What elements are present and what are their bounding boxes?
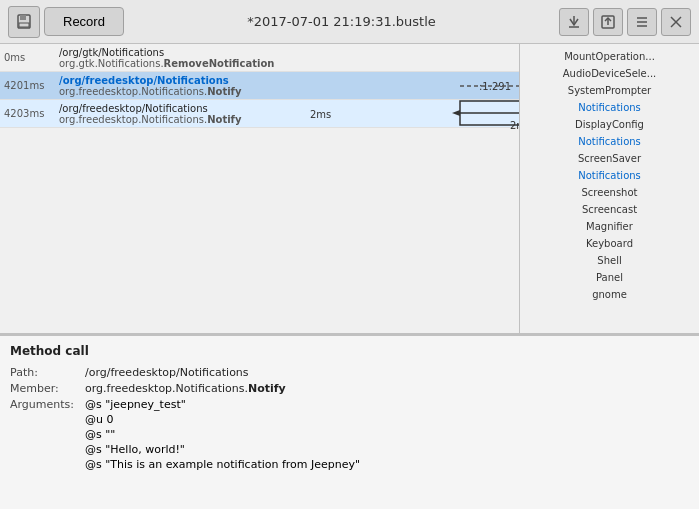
detail-arg: @s "" (85, 428, 360, 441)
download-button[interactable] (559, 8, 589, 36)
save-button[interactable] (8, 6, 40, 38)
time-label: 2ms (310, 108, 331, 119)
trace-content: 0ms /org/gtk/Notifications org.gtk.Notif… (0, 44, 519, 333)
record-button[interactable]: Record (44, 7, 124, 36)
sidebar-service: Notifications (520, 133, 699, 150)
trace-member-bold: Notify (207, 114, 241, 125)
window-title: *2017-07-01 21:19:31.bustle (124, 14, 559, 29)
trace-labels: /org/freedesktop/Notifications org.freed… (59, 103, 241, 125)
sidebar-service: Notifications (520, 99, 699, 116)
trace-member-prefix: org.gtk.Notifications. (59, 58, 164, 69)
sidebar-service: SystemPrompter (520, 82, 699, 99)
detail-member-row: Member: org.freedesktop.Notifications.No… (10, 382, 689, 395)
save-icon (15, 13, 33, 31)
detail-member-prefix: org.freedesktop.Notifications. (85, 382, 248, 395)
detail-member-bold: Notify (248, 382, 286, 395)
trace-time: 0ms (4, 52, 59, 63)
table-row[interactable]: 4203ms /org/freedesktop/Notifications or… (0, 100, 519, 128)
sidebar-service: Panel (520, 269, 699, 286)
sidebar-service: Shell (520, 252, 699, 269)
download-icon (566, 14, 582, 30)
detail-args-label: Arguments: (10, 398, 85, 473)
detail-member-label: Member: (10, 382, 85, 395)
trace-path: /org/freedesktop/Notifications (59, 75, 241, 86)
svg-rect-2 (19, 23, 29, 27)
trace-labels: /org/freedesktop/Notifications org.freed… (59, 75, 241, 97)
trace-time: 4201ms (4, 80, 59, 91)
table-row[interactable]: 4201ms /org/freedesktop/Notifications or… (0, 72, 519, 100)
trace-path: /org/gtk/Notifications (59, 47, 274, 58)
close-icon (669, 15, 683, 29)
detail-arg: @u 0 (85, 413, 360, 426)
sidebar-service: Notifications (520, 167, 699, 184)
detail-arg: @s "jeepney_test" (85, 398, 360, 411)
sidebar-service: Screencast (520, 201, 699, 218)
detail-path-row: Path: /org/freedesktop/Notifications (10, 366, 689, 379)
trace-member: org.freedesktop.Notifications.Notify (59, 114, 241, 125)
detail-path-value: /org/freedesktop/Notifications (85, 366, 249, 379)
export-icon (600, 14, 616, 30)
main-area: 0ms /org/gtk/Notifications org.gtk.Notif… (0, 44, 699, 509)
detail-member-value: org.freedesktop.Notifications.Notify (85, 382, 286, 395)
export-button[interactable] (593, 8, 623, 36)
trace-area: 0ms /org/gtk/Notifications org.gtk.Notif… (0, 44, 519, 333)
sidebar-service: ScreenSaver (520, 150, 699, 167)
trace-rows: 0ms /org/gtk/Notifications org.gtk.Notif… (0, 44, 519, 128)
trace-member: org.gtk.Notifications.RemoveNotification (59, 58, 274, 69)
trace-member-prefix: org.freedesktop.Notifications. (59, 114, 207, 125)
sidebar-service: DisplayConfig (520, 116, 699, 133)
sidebar: MountOperation... AudioDeviceSele... Sys… (519, 44, 699, 333)
detail-args-col: @s "jeepney_test" @u 0 @s "" @s "Hello, … (85, 398, 360, 473)
detail-args-row: Arguments: @s "jeepney_test" @u 0 @s "" … (10, 398, 689, 473)
trace-path: /org/freedesktop/Notifications (59, 103, 241, 114)
sidebar-service: Magnifier (520, 218, 699, 235)
trace-member: org.freedesktop.Notifications.Notify (59, 86, 241, 97)
sidebar-service: MountOperation... (520, 48, 699, 65)
trace-time: 4203ms (4, 108, 59, 119)
svg-rect-1 (20, 15, 26, 20)
trace-member-bold: Notify (207, 86, 241, 97)
titlebar: Record *2017-07-01 21:19:31.bustle (0, 0, 699, 44)
trace-labels: /org/gtk/Notifications org.gtk.Notificat… (59, 47, 274, 69)
close-button[interactable] (661, 8, 691, 36)
detail-arg: @s "This is an example notification from… (85, 458, 360, 471)
top-area: 0ms /org/gtk/Notifications org.gtk.Notif… (0, 44, 699, 334)
details-panel: Method call Path: /org/freedesktop/Notif… (0, 334, 699, 509)
trace-member-bold: RemoveNotification (164, 58, 275, 69)
table-row[interactable]: 0ms /org/gtk/Notifications org.gtk.Notif… (0, 44, 519, 72)
menu-icon (634, 14, 650, 30)
detail-arg: @s "Hello, world!" (85, 443, 360, 456)
detail-path-label: Path: (10, 366, 85, 379)
details-title: Method call (10, 344, 689, 358)
right-label: :1.291 (479, 80, 511, 91)
sidebar-service: gnome (520, 286, 699, 303)
sidebar-service: AudioDeviceSele... (520, 65, 699, 82)
trace-member-prefix: org.freedesktop.Notifications. (59, 86, 207, 97)
sidebar-service: Keyboard (520, 235, 699, 252)
menu-button[interactable] (627, 8, 657, 36)
sidebar-service: Screenshot (520, 184, 699, 201)
